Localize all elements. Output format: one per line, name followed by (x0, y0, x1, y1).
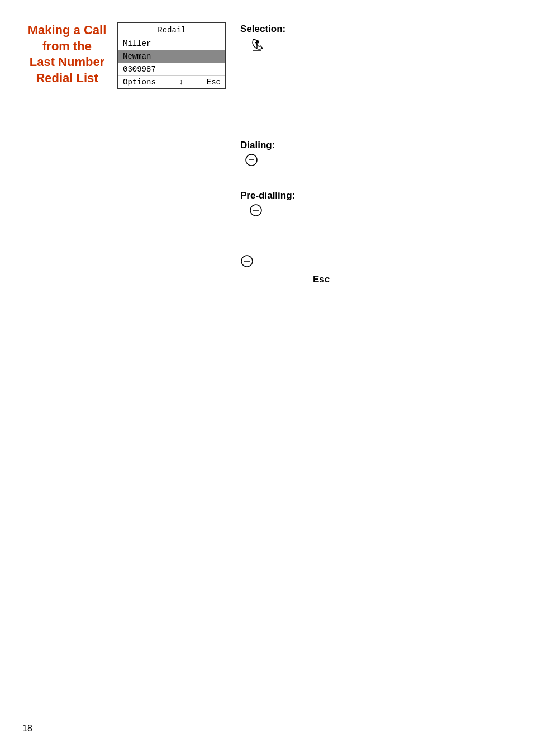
phone-up-icon (249, 37, 265, 53)
circle-minus-icon-2 (249, 204, 263, 217)
dialing-icon (245, 153, 275, 169)
esc-standalone[interactable]: Esc (313, 274, 330, 285)
title-line3: Last Number (22, 54, 112, 70)
redial-item-miller[interactable]: Miller (118, 37, 225, 50)
redial-footer: Options ↕ Esc (118, 76, 225, 88)
redial-esc[interactable]: Esc (207, 78, 221, 87)
title-line1: Making a Call (22, 22, 112, 39)
page-number: 18 (22, 724, 32, 734)
redial-menu: Redail Miller Newman 0309987 Options ↕ E… (117, 22, 226, 89)
dialing-section: Dialing: (240, 140, 275, 169)
selection-icon (249, 37, 285, 55)
title-line2: from the (22, 39, 112, 55)
redial-arrow: ↕ (179, 78, 183, 87)
selection-section: Selection: (240, 23, 285, 55)
predialling-icon (249, 204, 295, 219)
redial-item-newman[interactable]: Newman (118, 50, 225, 63)
redial-header: Redail (118, 23, 225, 37)
predialling-label: Pre-dialling: (240, 190, 295, 201)
dialing-label: Dialing: (240, 140, 275, 151)
redial-options[interactable]: Options (123, 78, 156, 87)
esc-label[interactable]: Esc (313, 274, 330, 285)
circle-minus-icon-3 (240, 254, 254, 268)
circle-minus-icon (245, 153, 258, 167)
standalone-circle-icon (240, 254, 254, 270)
redial-item-number[interactable]: 0309987 (118, 63, 225, 76)
selection-label: Selection: (240, 23, 285, 35)
title-line4: Redial List (22, 70, 112, 87)
page-title: Making a Call from the Last Number Redia… (22, 22, 112, 86)
predialling-section: Pre-dialling: (240, 190, 295, 219)
